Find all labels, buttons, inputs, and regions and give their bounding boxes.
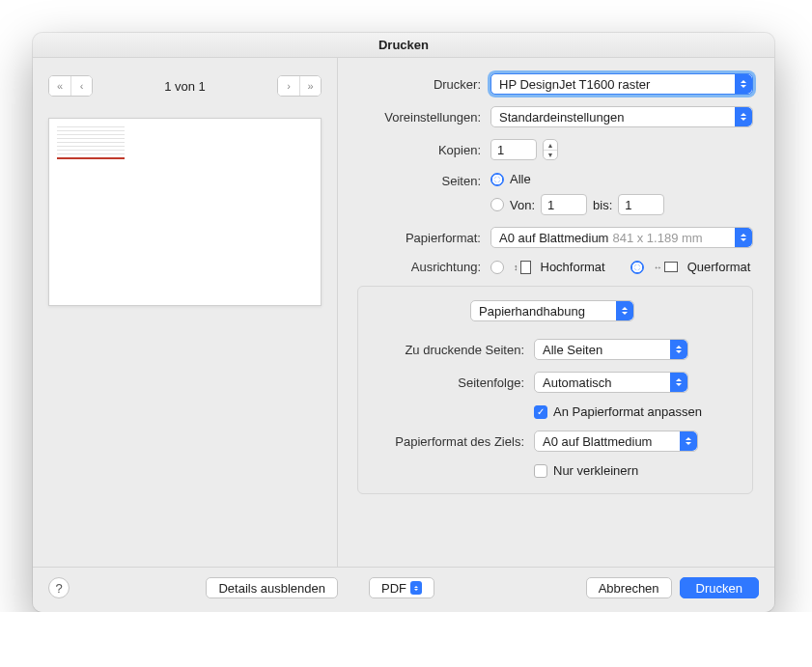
chevron-updown-icon	[735, 107, 752, 126]
chevron-updown-icon	[735, 228, 752, 247]
section-value: Papierhandhabung	[479, 304, 585, 319]
orientation-landscape-label: Querformat	[687, 260, 751, 274]
pages-from-input[interactable]: 1	[541, 194, 587, 215]
print-dialog: Drucken « ‹ 1 von 1 › »	[33, 33, 774, 612]
help-button[interactable]: ?	[48, 577, 70, 598]
dialog-footer: ? Details ausblenden PDF Abbrechen Druck…	[33, 567, 774, 612]
first-page-icon: «	[49, 76, 70, 96]
toggle-details-button[interactable]: Details ausblenden	[206, 577, 338, 598]
print-pages-value: Alle Seiten	[543, 343, 602, 357]
page-order-value: Automatisch	[543, 375, 612, 390]
orientation-landscape-radio[interactable]	[630, 261, 644, 274]
presets-value: Standardeinstellungen	[499, 110, 624, 125]
fit-to-paper-checkbox[interactable]: ✓	[534, 405, 547, 419]
paper-select[interactable]: A0 auf Blattmedium 841 x 1.189 mm	[490, 227, 753, 248]
chevron-updown-icon	[616, 301, 633, 320]
page-navigation: « ‹ 1 von 1 › »	[48, 75, 322, 97]
copies-label: Kopien:	[357, 143, 490, 157]
print-pages-select[interactable]: Alle Seiten	[534, 339, 688, 360]
orientation-portrait-label: Hochformat	[541, 260, 605, 274]
printer-label: Drucker:	[357, 77, 490, 92]
page-order-select[interactable]: Automatisch	[534, 372, 688, 393]
page-order-label: Seitenfolge:	[368, 375, 534, 390]
print-button[interactable]: Drucken	[680, 577, 759, 598]
printer-value: HP DesignJet T1600 raster	[499, 77, 650, 92]
printer-select[interactable]: HP DesignJet T1600 raster	[490, 73, 753, 95]
prev-page-group[interactable]: « ‹	[48, 75, 93, 97]
copies-stepper[interactable]: ▲ ▼	[543, 139, 558, 160]
target-paper-label: Papierformat des Ziels:	[368, 434, 534, 449]
chevron-updown-icon	[735, 74, 752, 94]
page-preview	[48, 118, 322, 306]
paper-label: Papierformat:	[357, 231, 490, 245]
section-panel: Papierhandhabung Zu druckende Seiten: Al…	[357, 286, 753, 494]
chevron-updown-icon	[670, 373, 687, 392]
pdf-menu-button[interactable]: PDF	[369, 577, 434, 598]
settings-pane: Drucker: HP DesignJet T1600 raster Vorei…	[338, 58, 774, 567]
title-text: Drucken	[378, 38, 429, 52]
target-paper-value: A0 auf Blattmedium	[543, 434, 652, 449]
pages-range-radio[interactable]	[490, 198, 504, 211]
chevron-updown-icon	[680, 431, 697, 451]
next-page-group[interactable]: › »	[277, 75, 322, 97]
shrink-only-checkbox[interactable]	[534, 464, 547, 478]
pages-to-label: bis:	[593, 198, 612, 212]
preview-thumbnail	[57, 126, 125, 159]
preview-pane: « ‹ 1 von 1 › »	[33, 58, 338, 567]
print-pages-label: Zu druckende Seiten:	[368, 343, 534, 357]
pages-all-radio[interactable]	[490, 173, 504, 186]
shrink-only-label: Nur verkleinern	[553, 463, 638, 478]
last-page-icon: »	[299, 76, 321, 96]
pages-to-input[interactable]: 1	[618, 194, 664, 215]
pages-label: Seiten:	[357, 172, 490, 188]
next-page-icon: ›	[278, 76, 299, 96]
fit-to-paper-label: An Papierformat anpassen	[553, 404, 702, 419]
page-indicator: 1 von 1	[164, 79, 206, 94]
cancel-button[interactable]: Abbrechen	[586, 577, 672, 598]
paper-value: A0 auf Blattmedium	[499, 231, 608, 245]
landscape-icon: ↔	[654, 262, 678, 272]
section-select[interactable]: Papierhandhabung	[470, 300, 634, 321]
chevron-updown-icon	[670, 340, 687, 359]
prev-page-icon: ‹	[70, 76, 92, 96]
portrait-icon: ↕	[514, 261, 531, 274]
chevron-up-icon: ▲	[544, 140, 557, 150]
chevron-down-icon: ▼	[544, 150, 557, 159]
pages-from-label: Von:	[510, 198, 535, 212]
copies-input[interactable]: 1	[490, 139, 537, 160]
orientation-label: Ausrichtung:	[357, 260, 490, 274]
help-icon: ?	[55, 581, 62, 596]
pages-all-label: Alle	[510, 172, 531, 186]
presets-label: Voreinstellungen:	[357, 110, 490, 125]
orientation-portrait-radio[interactable]	[490, 261, 504, 274]
presets-select[interactable]: Standardeinstellungen	[490, 106, 753, 127]
target-paper-select[interactable]: A0 auf Blattmedium	[534, 431, 698, 452]
dialog-body: « ‹ 1 von 1 › »	[33, 58, 774, 567]
paper-dim: 841 x 1.189 mm	[612, 231, 702, 245]
chevron-updown-icon	[410, 581, 422, 595]
window-title: Drucken	[33, 33, 774, 58]
